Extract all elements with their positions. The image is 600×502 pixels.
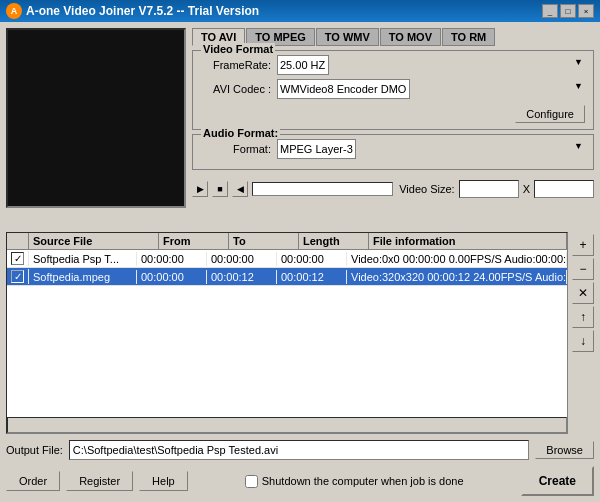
- info-cell: Video:0x0 00:00:00 0.00FPS/S Audio:00:00…: [347, 252, 567, 266]
- video-size-label: Video Size:: [399, 183, 454, 195]
- to-cell: 00:00:12: [207, 270, 277, 284]
- to-cell: 00:00:00: [207, 252, 277, 266]
- audio-format-select[interactable]: MPEG Layer-3: [277, 139, 356, 159]
- avi-codec-label: AVI Codec :: [201, 83, 271, 95]
- move-down-button[interactable]: ↓: [572, 330, 594, 352]
- source-cell: Softpedia.mpeg: [29, 270, 137, 284]
- clear-file-button[interactable]: ✕: [572, 282, 594, 304]
- add-file-button[interactable]: +: [572, 234, 594, 256]
- create-button[interactable]: Create: [521, 466, 594, 496]
- x-separator: X: [523, 183, 530, 195]
- audio-format-title: Audio Format:: [201, 127, 280, 139]
- col-source: Source File: [29, 233, 159, 249]
- play-button[interactable]: ▶: [192, 181, 208, 197]
- avi-codec-select[interactable]: WMVideo8 Encoder DMO: [277, 79, 410, 99]
- length-cell: 00:00:12: [277, 270, 347, 284]
- col-to: To: [229, 233, 299, 249]
- framerate-label: FrameRate:: [201, 59, 271, 71]
- col-info: File information: [369, 233, 567, 249]
- remove-file-button[interactable]: −: [572, 258, 594, 280]
- tab-to-wmv[interactable]: TO WMV: [316, 28, 379, 46]
- video-preview: [6, 28, 186, 208]
- table-row[interactable]: ✓ Softpedia Psp T... 00:00:00 00:00:00 0…: [7, 250, 567, 268]
- video-format-title: Video Format: [201, 43, 275, 55]
- audio-format-label: Format:: [201, 143, 271, 155]
- browse-button[interactable]: Browse: [535, 441, 594, 459]
- info-cell: Video:320x320 00:00:12 24.00FPS/S Audio:…: [347, 270, 567, 284]
- tab-to-rm[interactable]: TO RM: [442, 28, 495, 46]
- order-button[interactable]: Order: [6, 471, 60, 491]
- progress-bar[interactable]: [252, 182, 393, 196]
- shutdown-label: Shutdown the computer when job is done: [262, 475, 464, 487]
- close-button[interactable]: ×: [578, 4, 594, 18]
- app-logo: A: [6, 3, 22, 19]
- move-up-button[interactable]: ↑: [572, 306, 594, 328]
- output-label: Output File:: [6, 444, 63, 456]
- configure-button[interactable]: Configure: [515, 105, 585, 123]
- from-cell: 00:00:00: [137, 252, 207, 266]
- source-cell: Softpedia Psp T...: [29, 252, 137, 266]
- col-length: Length: [299, 233, 369, 249]
- col-from: From: [159, 233, 229, 249]
- title-bar: A A-one Video Joiner V7.5.2 -- Trial Ver…: [0, 0, 600, 22]
- minimize-button[interactable]: _: [542, 4, 558, 18]
- length-cell: 00:00:00: [277, 252, 347, 266]
- video-width-input[interactable]: [459, 180, 519, 198]
- app-title: A-one Video Joiner V7.5.2 -- Trial Versi…: [26, 4, 259, 18]
- tab-to-mov[interactable]: TO MOV: [380, 28, 441, 46]
- from-cell: 00:00:00: [137, 270, 207, 284]
- register-button[interactable]: Register: [66, 471, 133, 491]
- shutdown-checkbox[interactable]: [245, 475, 258, 488]
- help-button[interactable]: Help: [139, 471, 188, 491]
- framerate-select[interactable]: 25.00 HZ: [277, 55, 329, 75]
- stop-button[interactable]: ■: [212, 181, 228, 197]
- video-height-input[interactable]: [534, 180, 594, 198]
- output-path-input[interactable]: [69, 440, 529, 460]
- horizontal-scrollbar[interactable]: [7, 417, 567, 433]
- frame-button[interactable]: ◀: [232, 181, 248, 197]
- table-row[interactable]: ✓ Softpedia.mpeg 00:00:00 00:00:12 00:00…: [7, 268, 567, 286]
- maximize-button[interactable]: □: [560, 4, 576, 18]
